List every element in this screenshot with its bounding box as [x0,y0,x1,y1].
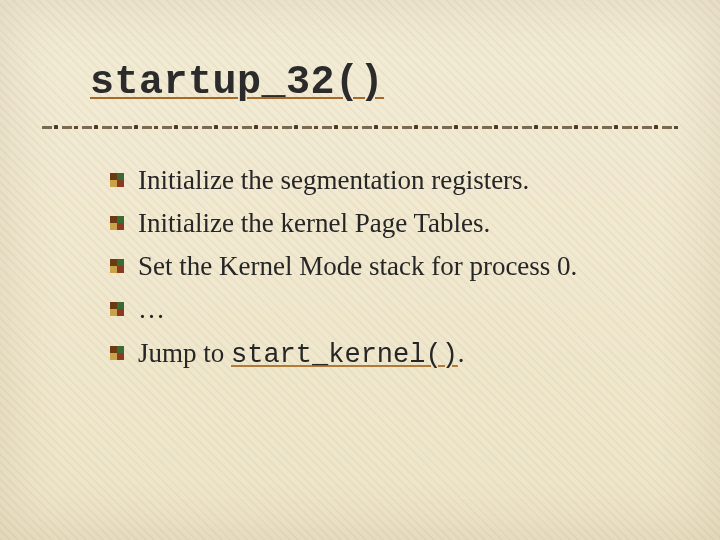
svg-rect-2 [110,180,117,187]
svg-rect-7 [117,223,124,230]
svg-rect-0 [110,173,117,180]
bullet-text-suffix: . [458,338,465,368]
svg-rect-12 [110,302,117,309]
title-divider [40,123,680,131]
svg-rect-19 [117,353,124,360]
svg-rect-5 [117,216,124,223]
list-item: Initialize the kernel Page Tables. [110,204,720,243]
bullet-icon [110,173,124,187]
svg-rect-4 [110,216,117,223]
bullet-text-prefix: Jump to [138,338,231,368]
list-item: … [110,290,720,329]
svg-rect-3 [117,180,124,187]
svg-rect-1 [117,173,124,180]
bullet-text: Initialize the kernel Page Tables. [138,204,490,243]
svg-rect-10 [110,266,117,273]
svg-rect-17 [117,346,124,353]
svg-rect-14 [110,309,117,316]
bullet-text: … [138,290,165,329]
bullet-icon [110,302,124,316]
list-item: Initialize the segmentation registers. [110,161,720,200]
svg-rect-8 [110,259,117,266]
svg-rect-6 [110,223,117,230]
bullet-list: Initialize the segmentation registers. I… [110,161,720,375]
svg-rect-13 [117,302,124,309]
bullet-text-composite: Jump to start_kernel(). [138,334,465,375]
bullet-icon [110,216,124,230]
slide: startup_32() Initialize the segmentation… [0,0,720,540]
svg-rect-18 [110,353,117,360]
svg-rect-9 [117,259,124,266]
bullet-icon [110,259,124,273]
list-item: Jump to start_kernel(). [110,334,720,375]
slide-title: startup_32() [90,60,720,105]
svg-rect-11 [117,266,124,273]
svg-rect-16 [110,346,117,353]
bullet-text: Set the Kernel Mode stack for process 0. [138,247,577,286]
svg-rect-15 [117,309,124,316]
list-item: Set the Kernel Mode stack for process 0. [110,247,720,286]
inline-code: start_kernel() [231,340,458,370]
bullet-text: Initialize the segmentation registers. [138,161,529,200]
bullet-icon [110,346,124,360]
